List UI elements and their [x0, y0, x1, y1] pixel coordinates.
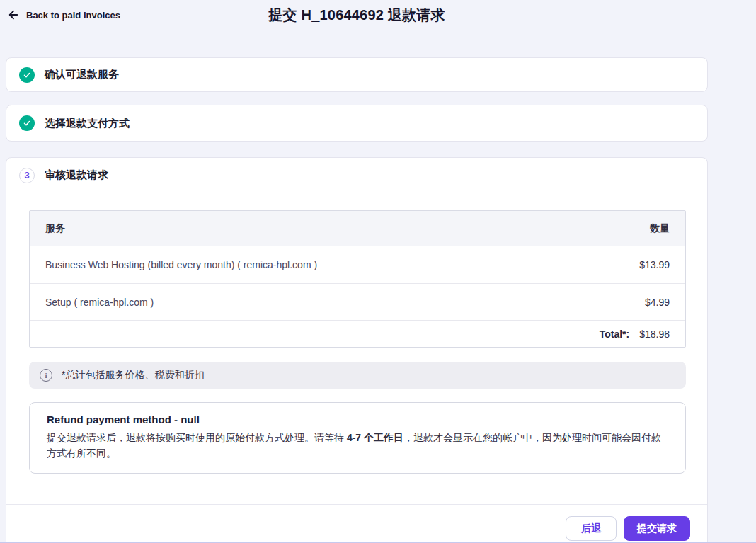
total-info-note: i *总计包括服务价格、税费和折扣 [29, 362, 686, 389]
step-3-number-badge: 3 [19, 168, 35, 183]
step-3-label: 审核退款请求 [45, 168, 108, 182]
step-1-card[interactable]: 确认可退款服务 [6, 57, 708, 92]
table-row: Setup ( remica-hpl.com ) $4.99 [30, 283, 685, 320]
service-column-header: 服务 [45, 222, 65, 235]
step-3-body: 服务 数量 Business Web Hosting (billed every… [6, 193, 707, 474]
refund-method-description: 提交退款请求后，退款将按购买时使用的原始付款方式处理。请等待 4-7 个工作日，… [47, 430, 668, 461]
step-2-label: 选择退款支付方式 [45, 117, 130, 130]
wizard-footer: 后退 提交请求 [6, 504, 707, 543]
refund-desc-prefix: 提交退款请求后，退款将按购买时使用的原始付款方式处理。请等待 [47, 432, 347, 443]
service-name: Setup ( remica-hpl.com ) [45, 297, 154, 308]
back-button[interactable]: 后退 [566, 516, 617, 541]
step-1-completed-check-icon [19, 67, 35, 83]
refund-wizard: 确认可退款服务 选择退款支付方式 3 审核退款请求 服务 数量 Business… [6, 57, 708, 543]
services-table: 服务 数量 Business Web Hosting (billed every… [29, 210, 686, 348]
total-label: Total*: [600, 328, 630, 340]
total-value: $18.98 [639, 328, 670, 340]
service-amount: $4.99 [645, 297, 670, 308]
total-info-text: *总计包括服务价格、税费和折扣 [62, 369, 204, 382]
step-1-label: 确认可退款服务 [45, 68, 119, 81]
table-total-row: Total*: $18.98 [30, 320, 685, 347]
topbar: Back to paid invoices 提交 H_10644692 退款请求 [0, 0, 756, 37]
table-row: Business Web Hosting (billed every month… [30, 246, 685, 283]
step-3-card: 3 审核退款请求 服务 数量 Business Web Hosting (bil… [6, 157, 708, 543]
submit-request-button[interactable]: 提交请求 [624, 516, 690, 541]
step-2-completed-check-icon [19, 115, 35, 131]
service-amount: $13.99 [639, 259, 670, 270]
page-title: 提交 H_10644692 退款请求 [6, 6, 708, 25]
amount-column-header: 数量 [650, 222, 670, 235]
step-3-header: 3 审核退款请求 [6, 158, 707, 193]
services-table-header: 服务 数量 [30, 211, 685, 246]
step-2-card[interactable]: 选择退款支付方式 [6, 105, 708, 142]
refund-method-title: Refund payment method - null [47, 413, 668, 425]
refund-method-box: Refund payment method - null 提交退款请求后，退款将… [29, 402, 686, 474]
service-name: Business Web Hosting (billed every month… [45, 259, 317, 270]
refund-desc-bold: 4-7 个工作日 [347, 432, 403, 443]
info-icon: i [40, 369, 52, 382]
